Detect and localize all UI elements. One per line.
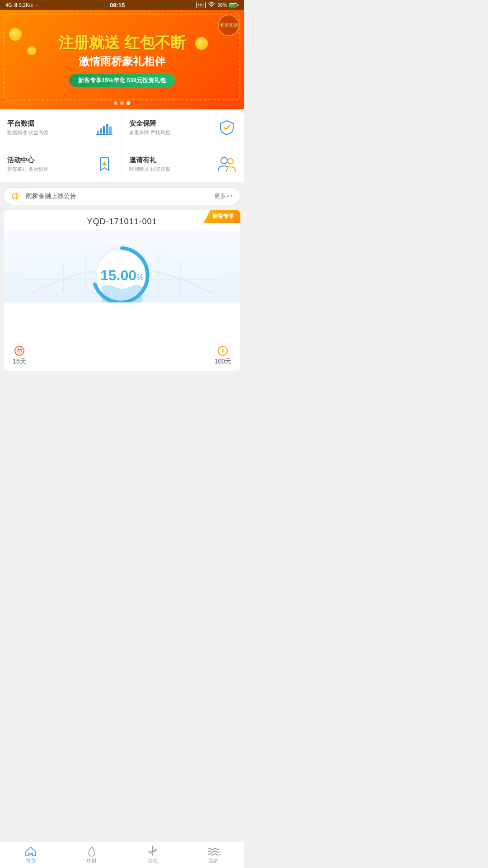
svg-line-12: [13, 198, 14, 200]
dot-2[interactable]: [120, 101, 124, 105]
svg-rect-21: [61, 261, 66, 264]
menu-text-safety: 安全保障 多重保障 严格风控: [129, 119, 217, 136]
star-bookmark-icon: [94, 154, 114, 174]
menu-text-invite: 邀请有礼 呼朋唤友 投资双赢: [129, 156, 217, 173]
banner-title2: 激情雨桥豪礼相伴: [79, 54, 165, 69]
menu-grid: 平台数据 数据精准 收益高效 安全保障 多重保障 严格风控: [0, 109, 244, 183]
duration-text: 15天: [13, 358, 26, 366]
dot-3[interactable]: [127, 101, 130, 105]
amount-text: 100元: [215, 358, 231, 366]
banner[interactable]: 更多奖励 注册就送 红包不断 激情雨桥豪礼相伴 新客专享15%年化 538元投资…: [0, 10, 244, 109]
svg-rect-26: [156, 253, 160, 256]
menu-sub-safety: 多重保障 严格风控: [129, 129, 217, 136]
signal-text: 4G ıll: [5, 2, 17, 8]
amount-item: ¥ 100元: [215, 346, 231, 366]
time-text: 09:15: [110, 2, 125, 9]
wifi-icon: [208, 2, 215, 8]
shield-icon: [217, 118, 237, 137]
coin-decoration-2: [27, 46, 36, 55]
banner-dots: [114, 101, 130, 105]
svg-rect-6: [106, 124, 108, 134]
announce-more[interactable]: 更多>>: [214, 192, 233, 200]
users-icon: [217, 154, 237, 174]
more-rewards-badge[interactable]: 更多奖励: [218, 14, 239, 36]
menu-sub-invite: 呼朋唤友 投资双赢: [129, 166, 217, 173]
chart-icon: [94, 118, 114, 137]
menu-item-safety[interactable]: 安全保障 多重保障 严格风控: [122, 109, 244, 146]
megaphone-icon: [11, 192, 21, 200]
product-id: YQD-171011-001: [4, 210, 240, 230]
rate-pct: %: [136, 273, 144, 283]
menu-item-invite[interactable]: 邀请有礼 呼朋唤友 投资双赢: [122, 146, 244, 182]
svg-point-11: [228, 159, 233, 164]
coin-decoration-3: [195, 37, 208, 50]
menu-text-activity: 活动中心 新客豪礼 多重惊喜: [7, 156, 94, 173]
yuan-icon: ¥: [218, 346, 228, 356]
rate-circle-container: 15.00%: [90, 244, 154, 302]
announce-text: 雨桥金融上线公告: [26, 192, 76, 200]
menu-text-platform: 平台数据 数据精准 收益高效: [7, 119, 94, 136]
svg-rect-1: [230, 4, 235, 6]
svg-rect-7: [109, 127, 112, 134]
battery-icon: [230, 3, 239, 8]
clock-icon: ⏰: [14, 346, 24, 356]
menu-title-invite: 邀请有礼: [129, 156, 217, 165]
svg-rect-27: [178, 261, 183, 264]
svg-point-10: [221, 157, 227, 164]
hd-badge: HD: [196, 2, 206, 8]
announce-bar[interactable]: 雨桥金融上线公告 更多>>: [4, 187, 240, 205]
banner-title1: 注册就送 红包不断: [58, 33, 185, 53]
svg-rect-5: [103, 126, 105, 134]
svg-rect-22: [84, 253, 88, 256]
status-left: 4G ıll 0.2K/s ···: [5, 2, 38, 8]
menu-sub-activity: 新客豪礼 多重惊喜: [7, 166, 94, 173]
rate-circle: 15.00%: [90, 244, 154, 302]
menu-title-platform: 平台数据: [7, 119, 94, 128]
svg-rect-3: [97, 131, 99, 134]
banner-title1-b: 红包不断: [124, 34, 186, 51]
dot-1[interactable]: [114, 101, 117, 105]
banner-subtitle: 新客专享15%年化 538元投资礼包: [69, 74, 175, 87]
menu-item-activity[interactable]: 活动中心 新客豪礼 多重惊喜: [0, 146, 122, 182]
coin-decoration-1: [9, 28, 22, 41]
svg-rect-2: [237, 4, 238, 6]
rate-display: 15.00%: [100, 267, 144, 284]
rate-value: 15.00: [100, 267, 136, 284]
svg-rect-4: [100, 128, 102, 134]
menu-title-safety: 安全保障: [129, 119, 217, 128]
bridge-area: 雨桥 15.00%: [4, 230, 240, 302]
product-info-row: ⏰ 15天 ¥ 100元: [4, 339, 240, 371]
battery-text: 36%: [217, 2, 227, 8]
speed-text: 0.2K/s ···: [19, 2, 38, 8]
status-bar: 4G ıll 0.2K/s ··· 09:15 HD 36%: [0, 0, 244, 10]
menu-title-activity: 活动中心: [7, 156, 94, 165]
menu-sub-platform: 数据精准 收益高效: [7, 129, 94, 136]
product-card[interactable]: 新客专享 YQD-171011-001: [4, 210, 240, 371]
banner-title1-a: 注册就送: [58, 34, 124, 51]
svg-marker-9: [102, 160, 108, 166]
status-right: HD 36%: [196, 2, 239, 8]
menu-item-platform[interactable]: 平台数据 数据精准 收益高效: [0, 109, 122, 146]
duration-item: ⏰ 15天: [13, 346, 26, 366]
announce-left: 雨桥金融上线公告: [11, 192, 76, 200]
